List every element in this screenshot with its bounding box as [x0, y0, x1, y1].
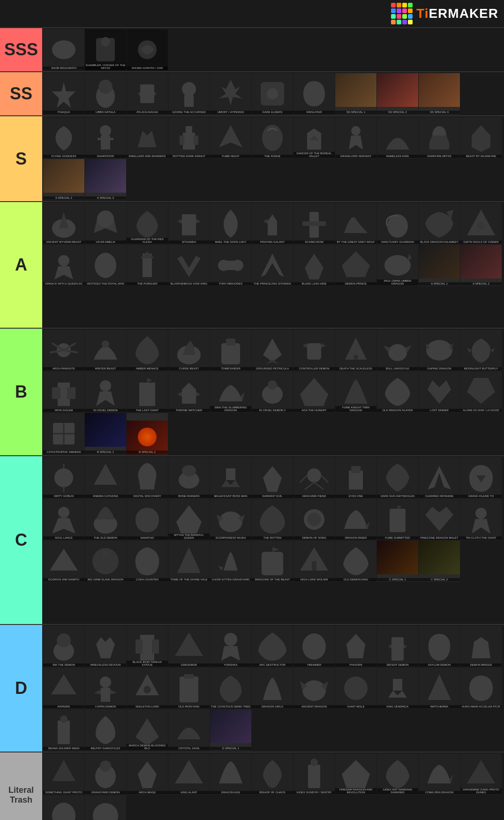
list-item[interactable]: INK THE DEMON [43, 626, 84, 667]
list-item[interactable]: BEANA SOLDIER SEEN [43, 709, 84, 751]
list-item[interactable]: DARKRAT EVIL [252, 457, 293, 498]
list-item[interactable]: ROTTING DARK KNIGHT [168, 117, 210, 158]
list-item[interactable]: S SPECIAL 2 [43, 159, 84, 200]
list-item[interactable]: ANEMIA CHTHONA [85, 457, 126, 498]
list-item[interactable]: PIXHORN [335, 626, 376, 667]
list-item[interactable]: WRECKLESS DEVOUR [85, 626, 126, 667]
list-item[interactable]: DEATH THE SCALELESS [335, 330, 376, 371]
list-item[interactable]: BIG GRIM SLAVE DRAGON [85, 541, 126, 582]
list-item[interactable]: SS SPECIAL 1 [335, 73, 376, 114]
list-item[interactable]: WATCHERMA [419, 668, 460, 709]
list-item[interactable]: SS SPECIAL 2 [377, 73, 418, 114]
list-item[interactable]: PINECONE DRAGON MALET [419, 499, 460, 540]
list-item[interactable]: ARACHNID FIEND [293, 457, 335, 498]
list-item[interactable]: KINSLAYER [293, 73, 335, 114]
list-item[interactable]: FLYING GODDESS [43, 117, 84, 158]
list-item[interactable]: IRON GOLEM [43, 371, 84, 413]
list-item[interactable]: ITHAQUA [43, 73, 84, 114]
list-item[interactable]: TOMB RAIDER [210, 330, 251, 371]
list-item[interactable]: CHOIR KITTEN GRAVEYARD [210, 541, 251, 582]
list-item[interactable]: DARK ELDERS [252, 73, 293, 114]
list-item[interactable]: MYTHA THE BANKFUL QUEEN [168, 499, 210, 540]
list-item[interactable]: THE OLD DEMON [85, 499, 126, 540]
list-item[interactable]: SOUL LANCE [43, 499, 84, 540]
list-item[interactable]: AMBER MENACE [127, 330, 168, 371]
list-item[interactable]: YORSHKA [210, 626, 251, 667]
list-item[interactable]: DEFEAT DEMON [377, 626, 418, 667]
list-item[interactable]: FIRESAM INVASION AND REVOLUTION [335, 753, 376, 795]
list-item[interactable]: HIGH LORD WOLNIR [293, 541, 335, 582]
list-item[interactable]: DIRTY GOBLIN [43, 457, 84, 498]
list-item[interactable]: DIGITAL DISCOVERY [127, 457, 168, 498]
list-item[interactable]: DEMON PRINCE [335, 245, 376, 286]
list-item[interactable]: VICAR AMELIA [85, 203, 126, 244]
list-item[interactable]: ARCH MAGE [127, 753, 168, 795]
list-item[interactable]: ABOMINATION YARA [85, 795, 126, 820]
list-item[interactable]: CATASTROPHIC AMHERD [43, 413, 84, 454]
list-item[interactable]: BULL GARGOYLE [377, 330, 418, 371]
list-item[interactable]: THE AOSHE [252, 117, 293, 158]
list-item[interactable]: ANCIENT WYVERN BEAST [43, 203, 84, 244]
list-item[interactable]: GAPING DRAGON [419, 330, 460, 371]
list-item[interactable]: FUME SUBMITTED [377, 499, 418, 540]
list-item[interactable]: SHUMA-GORATH / GAR [127, 29, 168, 70]
list-item[interactable]: SITHANDA [168, 203, 210, 244]
list-item[interactable]: CURSE BEAST [168, 330, 210, 371]
list-item[interactable]: SKELETON LORD [127, 668, 168, 709]
list-item[interactable]: LOST SINNER [419, 371, 460, 413]
list-item[interactable]: IUDEX RAT NAMSAKE DARKRED [377, 753, 418, 795]
list-item[interactable]: THE COVETOUS DEMO TREE [210, 668, 251, 709]
list-item[interactable]: MALEFICENT BOSS MAN [210, 457, 251, 498]
list-item[interactable]: MOONLIGHT BUTTERFLY [460, 330, 502, 371]
list-item[interactable]: ANCIENT DRAGON [293, 668, 335, 709]
list-item[interactable]: UBBO-SATHLA [85, 73, 126, 114]
list-item[interactable]: SCARECROW [293, 203, 335, 244]
list-item[interactable]: CRYSTAL SAGE [168, 709, 210, 751]
list-item[interactable]: RAPEIRE [43, 668, 84, 709]
list-item[interactable]: NANATHO [127, 499, 168, 540]
list-item[interactable]: SHUB-NIGGURATH [43, 29, 84, 70]
list-item[interactable]: IUDEX GUNDYR / SENTRY [293, 753, 335, 795]
list-item[interactable]: PAUL OWNS UMBRA DRAGON [377, 245, 418, 286]
list-item[interactable]: AGA THE HUNGRY [293, 371, 335, 413]
list-item[interactable]: SHAMBLER / FATHER OF THE ABYSS [85, 29, 126, 70]
list-item[interactable]: S SPECIAL 3 [85, 159, 126, 200]
list-item[interactable]: TIN CLOTH THE GIANT [460, 499, 502, 540]
list-item[interactable]: BLADE LASH HIDE [293, 245, 335, 286]
list-item[interactable]: SANCTUARY GUARDIAN [377, 203, 418, 244]
list-item[interactable]: TORV MINUORES [210, 245, 251, 286]
list-item[interactable]: B SPECIAL 1 [85, 413, 126, 454]
list-item[interactable]: DRAGON GIRLS [252, 668, 293, 709]
list-item[interactable]: BLACK DRAGON KALAMEET [419, 203, 460, 244]
list-item[interactable]: GROUNDED PETRICULA [252, 330, 293, 371]
list-item[interactable]: CHARRED IRONHIDE [419, 457, 460, 498]
list-item[interactable]: DEMON OF SONG [293, 499, 335, 540]
list-item[interactable]: BY THE GREAT GREY WOLF [335, 203, 376, 244]
list-item[interactable]: GZXING THE ACCURSED [168, 73, 210, 114]
list-item[interactable]: DRAGON RIDER [335, 499, 376, 540]
list-item[interactable]: THE PRINCELING SITHINDA [252, 245, 293, 286]
list-item[interactable]: VESTIGES THE ROYAL ARIS [85, 245, 126, 286]
list-item[interactable]: MARCH DEMON BLOODIED BLO [127, 709, 168, 751]
list-item[interactable]: GRAVEYARD DEMON [85, 753, 126, 795]
list-item[interactable]: THE LAST GIANT [127, 371, 168, 413]
list-item[interactable]: DARK SUN GWYNDOLEN [377, 457, 418, 498]
list-item[interactable]: OLD IRON KING [168, 668, 210, 709]
list-item[interactable]: CONTROLLER DEMON [293, 330, 335, 371]
list-item[interactable]: DRAGON AGE [210, 753, 251, 795]
list-item[interactable]: ASYLUM DEMON [419, 626, 460, 667]
list-item[interactable]: ORNACK WITCH QUEEN AG [43, 245, 84, 286]
list-item[interactable]: YMHAMER [293, 626, 335, 667]
list-item[interactable]: GRAVELORD SERVANT [335, 117, 376, 158]
list-item[interactable]: GREADBOR [168, 626, 210, 667]
list-item[interactable]: COMA ZIRA DRAGON [419, 753, 460, 795]
list-item[interactable]: SS SPECIAL 3 [419, 73, 460, 114]
list-item[interactable]: KING VENDRICK [377, 668, 418, 709]
list-item[interactable]: GUARDIAN OF THE RED FLESH [127, 203, 168, 244]
list-item[interactable]: IN CRUEL DEMON 2 [252, 371, 293, 413]
list-item[interactable]: CODA COUNTER [127, 541, 168, 582]
list-item[interactable]: MAEL THE GODS LADY [210, 203, 251, 244]
list-item[interactable]: THRONE WATCHER [168, 371, 210, 413]
list-item[interactable]: KING ALANT [168, 753, 210, 795]
list-item[interactable]: PRAYING GALANT [252, 203, 293, 244]
